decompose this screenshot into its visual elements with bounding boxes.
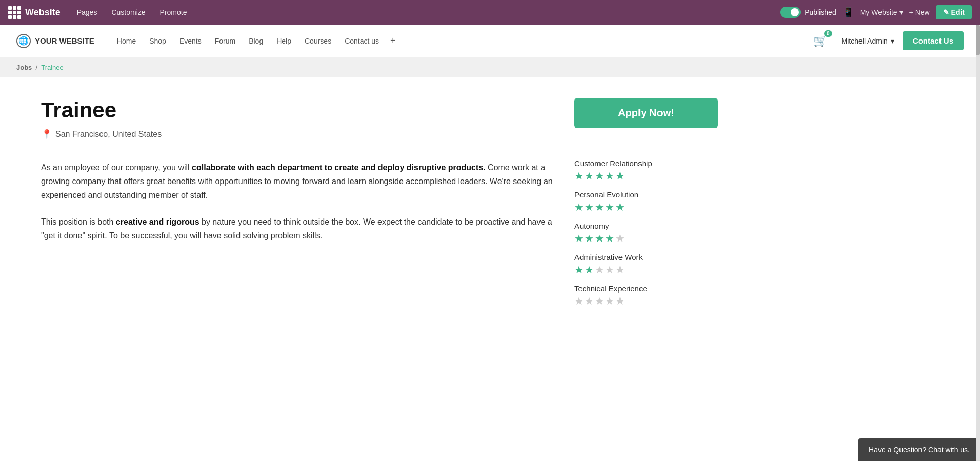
admin-bar: Website Pages Customize Promote Publishe… bbox=[0, 0, 980, 25]
nav-events[interactable]: Events bbox=[173, 33, 208, 49]
skill-item: Personal Evolution★★★★★ bbox=[574, 190, 718, 213]
breadcrumb-current: Trainee bbox=[41, 64, 64, 71]
star-rating: ★★★★★ bbox=[574, 201, 718, 213]
grid-icon bbox=[8, 6, 21, 19]
scrollbar[interactable] bbox=[976, 25, 980, 336]
star-rating: ★★★★★ bbox=[574, 264, 718, 276]
nav-add-icon[interactable]: + bbox=[386, 31, 400, 50]
star-empty: ★ bbox=[615, 264, 625, 276]
nav-shop[interactable]: Shop bbox=[143, 33, 172, 49]
nav-customize[interactable]: Customize bbox=[105, 5, 151, 19]
star-rating: ★★★★★ bbox=[574, 170, 718, 182]
published-toggle[interactable]: Published bbox=[780, 7, 836, 18]
star-filled: ★ bbox=[585, 201, 594, 213]
star-filled: ★ bbox=[595, 170, 604, 182]
skill-item: Customer Relationship★★★★★ bbox=[574, 159, 718, 182]
toggle-switch[interactable] bbox=[780, 7, 801, 18]
skill-label: Technical Experience bbox=[574, 284, 718, 293]
skill-item: Administrative Work★★★★★ bbox=[574, 253, 718, 276]
skill-label: Administrative Work bbox=[574, 253, 718, 262]
desc2-bold: creative and rigorous bbox=[116, 217, 199, 226]
star-empty: ★ bbox=[585, 295, 594, 307]
skill-item: Autonomy★★★★★ bbox=[574, 222, 718, 245]
star-filled: ★ bbox=[574, 264, 584, 276]
star-filled: ★ bbox=[574, 170, 584, 182]
apply-now-button[interactable]: Apply Now! bbox=[574, 98, 718, 128]
star-empty: ★ bbox=[615, 232, 625, 245]
job-location-text: San Francisco, United States bbox=[55, 130, 162, 139]
star-filled: ★ bbox=[574, 201, 584, 213]
user-name: Mitchell Admin bbox=[842, 37, 888, 45]
star-empty: ★ bbox=[605, 264, 614, 276]
mobile-icon[interactable]: 📱 bbox=[843, 7, 854, 18]
skill-label: Customer Relationship bbox=[574, 159, 718, 168]
star-filled: ★ bbox=[605, 201, 614, 213]
star-empty: ★ bbox=[595, 264, 604, 276]
nav-pages[interactable]: Pages bbox=[71, 5, 104, 19]
nav-links: Home Shop Events Forum Blog Help Courses… bbox=[111, 31, 807, 50]
contact-button[interactable]: Contact Us bbox=[903, 31, 964, 50]
star-empty: ★ bbox=[615, 295, 625, 307]
nav-forum[interactable]: Forum bbox=[209, 33, 242, 49]
star-filled: ★ bbox=[574, 232, 584, 245]
breadcrumb-parent[interactable]: Jobs bbox=[16, 64, 32, 71]
star-filled: ★ bbox=[615, 201, 625, 213]
skill-label: Autonomy bbox=[574, 222, 718, 230]
admin-nav: Pages Customize Promote bbox=[71, 5, 193, 19]
admin-logo-text: Website bbox=[25, 7, 61, 18]
breadcrumb: Jobs / Trainee bbox=[0, 57, 980, 77]
nav-right: 🛒 0 Mitchell Admin ▾ Contact Us bbox=[807, 31, 964, 50]
star-rating: ★★★★★ bbox=[574, 232, 718, 245]
star-filled: ★ bbox=[585, 232, 594, 245]
star-filled: ★ bbox=[615, 170, 625, 182]
published-label: Published bbox=[805, 8, 836, 16]
user-chevron-icon: ▾ bbox=[891, 37, 894, 45]
nav-home[interactable]: Home bbox=[111, 33, 142, 49]
admin-bar-left: Website Pages Customize Promote bbox=[8, 5, 770, 19]
star-empty: ★ bbox=[574, 295, 584, 307]
main-content: Trainee 📍 San Francisco, United States A… bbox=[0, 77, 980, 336]
scroll-thumb[interactable] bbox=[976, 25, 980, 55]
star-empty: ★ bbox=[605, 295, 614, 307]
star-empty: ★ bbox=[595, 295, 604, 307]
job-description-1: As an employee of our company, you will … bbox=[41, 161, 554, 203]
star-filled: ★ bbox=[585, 264, 594, 276]
skill-label: Personal Evolution bbox=[574, 190, 718, 199]
nav-contact[interactable]: Contact us bbox=[338, 33, 385, 49]
nav-courses[interactable]: Courses bbox=[298, 33, 337, 49]
site-logo-text: YOUR WEBSITE bbox=[35, 36, 94, 45]
nav-promote[interactable]: Promote bbox=[154, 5, 193, 19]
skills-section: Customer Relationship★★★★★Personal Evolu… bbox=[574, 159, 718, 307]
cart-icon[interactable]: 🛒 0 bbox=[813, 34, 827, 48]
chevron-down-icon: ▾ bbox=[899, 8, 903, 16]
nav-help[interactable]: Help bbox=[270, 33, 297, 49]
user-menu[interactable]: Mitchell Admin ▾ bbox=[842, 37, 894, 45]
star-filled: ★ bbox=[605, 170, 614, 182]
cart-badge: 0 bbox=[824, 30, 832, 37]
star-filled: ★ bbox=[585, 170, 594, 182]
content-left: Trainee 📍 San Francisco, United States A… bbox=[41, 98, 554, 315]
site-logo[interactable]: 🌐 YOUR WEBSITE bbox=[16, 34, 94, 48]
job-title: Trainee bbox=[41, 98, 554, 123]
job-location: 📍 San Francisco, United States bbox=[41, 129, 554, 140]
globe-icon: 🌐 bbox=[16, 34, 31, 48]
star-filled: ★ bbox=[595, 232, 604, 245]
admin-bar-right: Published 📱 My Website ▾ + New ✎ Edit bbox=[780, 5, 972, 19]
desc2-pre: This position is both bbox=[41, 217, 116, 226]
skill-item: Technical Experience★★★★★ bbox=[574, 284, 718, 307]
website-nav: 🌐 YOUR WEBSITE Home Shop Events Forum Bl… bbox=[0, 25, 980, 57]
admin-logo[interactable]: Website bbox=[8, 6, 61, 19]
desc1-pre: As an employee of our company, you will bbox=[41, 163, 192, 172]
star-filled: ★ bbox=[595, 201, 604, 213]
location-icon: 📍 bbox=[41, 129, 52, 140]
star-rating: ★★★★★ bbox=[574, 295, 718, 307]
my-website-label: My Website bbox=[860, 8, 897, 16]
desc1-bold: collaborate with each department to crea… bbox=[192, 163, 486, 172]
my-website-btn[interactable]: My Website ▾ bbox=[860, 8, 903, 16]
edit-button[interactable]: ✎ Edit bbox=[936, 5, 972, 19]
content-right: Apply Now! Customer Relationship★★★★★Per… bbox=[574, 98, 718, 315]
job-description-2: This position is both creative and rigor… bbox=[41, 215, 554, 243]
new-button[interactable]: + New bbox=[909, 8, 930, 16]
star-filled: ★ bbox=[605, 232, 614, 245]
nav-blog[interactable]: Blog bbox=[243, 33, 269, 49]
